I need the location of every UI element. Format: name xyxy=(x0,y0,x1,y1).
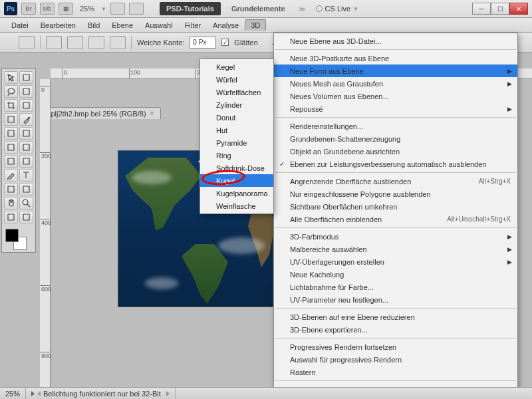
tool-history-brush[interactable] xyxy=(19,127,33,140)
zoom-readout[interactable]: 25% xyxy=(77,5,97,13)
menu3d-item[interactable]: Neue Kachelung xyxy=(274,268,517,281)
shape-item-donut[interactable]: Donut xyxy=(200,111,273,124)
antialias-checkbox[interactable]: ✓ xyxy=(221,39,229,46)
menu3d-item[interactable]: Rendereinstellungen... xyxy=(274,120,517,132)
menu3d-item: Lichtabnahme für Farbe... xyxy=(274,281,517,293)
selection-intersect[interactable] xyxy=(110,36,126,49)
ruler-vertical: 0200400600800 xyxy=(40,79,51,387)
menu3d-item[interactable]: Neue Form aus Ebene▶ xyxy=(274,65,517,77)
tool-hand[interactable] xyxy=(4,197,18,209)
status-message: Belichtung funktioniert nur bei 32-Bit xyxy=(26,388,176,399)
tool-move[interactable] xyxy=(4,71,18,84)
minibridge-button[interactable]: Mb xyxy=(40,3,55,15)
menu3d-item[interactable]: ✓Ebenen zur Leistungsverbesserung automa… xyxy=(274,158,517,170)
menu-filter[interactable]: Filter xyxy=(179,19,207,31)
tool-crop[interactable] xyxy=(4,99,18,112)
shape-item-pyramide[interactable]: Pyramide xyxy=(200,136,273,149)
tool-camera-3d[interactable] xyxy=(19,211,33,223)
shape-item-weinflasche[interactable]: Weinflasche xyxy=(200,200,273,212)
tool-preset-picker[interactable] xyxy=(19,36,35,49)
submenu-arrow-icon: ▶ xyxy=(507,259,512,265)
submenu-arrow-icon: ▶ xyxy=(507,80,512,87)
tool-clone[interactable] xyxy=(4,127,18,140)
check-icon: ✓ xyxy=(279,160,285,168)
tool-pen[interactable] xyxy=(4,169,18,182)
menu-ebene[interactable]: Ebene xyxy=(106,19,139,31)
menu-3d[interactable]: 3D xyxy=(245,19,266,31)
menu-auswahl[interactable]: Auswahl xyxy=(139,19,179,31)
menu-bearbeiten[interactable]: Bearbeiten xyxy=(35,19,82,31)
selection-new[interactable] xyxy=(46,36,62,49)
tool-dodge[interactable] xyxy=(19,155,33,168)
menu3d-item[interactable]: Neues Mesh aus Graustufen▶ xyxy=(274,77,517,90)
menu-bild[interactable]: Bild xyxy=(82,19,106,31)
brand-tag[interactable]: PSD-Tutorials xyxy=(160,2,221,15)
tool-eraser[interactable] xyxy=(4,141,18,154)
submenu-arrow-icon: ▶ xyxy=(507,246,512,253)
menu3d-item: Alle Oberflächen einblendenAlt+Umschalt+… xyxy=(274,213,517,225)
title-bar: Ps Br Mb ▦ 25% ▼ PSD-Tutorials Grundelem… xyxy=(0,0,532,18)
document-title: kplj2th2.bmp bei 25% (RGB/8) xyxy=(47,110,146,118)
selection-add[interactable] xyxy=(67,36,83,49)
shape-item-kegel[interactable]: Kegel xyxy=(200,61,273,73)
menu3d-item: 3D-Ebenen auf eine Ebene reduzieren xyxy=(274,311,517,323)
menu-analyse[interactable]: Analyse xyxy=(207,19,245,31)
tool-blur[interactable] xyxy=(4,155,18,168)
menu3d-item: Neues Volumen aus Ebenen... xyxy=(274,90,517,102)
workspace-more-icon[interactable]: ≫ xyxy=(296,5,308,13)
menu3d-item: 3D-Farbmodus▶ xyxy=(274,230,517,243)
arrange-button[interactable] xyxy=(110,3,125,15)
tool-lasso[interactable] xyxy=(4,85,18,98)
menu3d-item: Grundebenen-Schattenerzeugung xyxy=(274,132,517,145)
tool-gradient[interactable] xyxy=(19,141,33,154)
menu3d-item: Repoussé▶ xyxy=(274,102,517,115)
menu3d-item: Malbereiche auswählen▶ xyxy=(274,243,517,255)
tool-zoom[interactable] xyxy=(19,197,33,209)
menu3d-item: Objekt an Grundebene ausrichten xyxy=(274,145,517,158)
feather-input[interactable]: 0 Px xyxy=(190,37,216,49)
menu3d-item[interactable]: Neue Ebene aus 3D-Datei... xyxy=(274,35,517,47)
status-zoom[interactable]: 25% xyxy=(0,388,26,399)
submenu-arrow-icon: ▶ xyxy=(507,106,512,112)
tool-healing[interactable] xyxy=(4,113,18,126)
menu3d-item[interactable]: Neue 3D-Postkarte aus Ebene xyxy=(274,52,517,65)
tool-eyedropper[interactable] xyxy=(19,99,33,112)
tool-path-select[interactable] xyxy=(4,183,18,196)
selection-subtract[interactable] xyxy=(88,36,104,49)
tool-rectangle[interactable] xyxy=(19,183,33,196)
screen-mode-button[interactable] xyxy=(129,3,144,15)
shape-item-würfelflächen[interactable]: Würfelflächen xyxy=(200,86,273,98)
submenu-arrow-icon: ▶ xyxy=(507,233,512,240)
tool-brush[interactable] xyxy=(19,113,33,126)
close-button[interactable]: ✕ xyxy=(509,3,528,15)
menu3d-item: Rastern xyxy=(274,366,517,378)
shape-item-zylinder[interactable]: Zylinder xyxy=(200,98,273,111)
tool-type[interactable] xyxy=(19,169,33,182)
menu-3d-dropdown: Neue Ebene aus 3D-Datei...Neue 3D-Postka… xyxy=(273,33,518,398)
bridge-button[interactable]: Br xyxy=(21,3,36,15)
submenu-arrow-icon: ▶ xyxy=(507,68,512,74)
document-tab[interactable]: kplj2th2.bmp bei 25% (RGB/8) × xyxy=(40,107,161,119)
tools-panel xyxy=(1,68,36,253)
close-tab-icon[interactable]: × xyxy=(150,110,154,117)
shape-item-softdrink-dose[interactable]: Softdrink-Dose xyxy=(200,162,273,174)
tool-magic-wand[interactable] xyxy=(19,85,33,98)
cslive-button[interactable]: CS Live▼ xyxy=(312,5,362,13)
menu3d-item: Sichtbare Oberflächen umkehren xyxy=(274,200,517,213)
menu3d-item: UV-Parameter neu festlegen... xyxy=(274,293,517,306)
feather-label: Weiche Kante: xyxy=(137,39,184,47)
maximize-button[interactable]: ☐ xyxy=(491,3,509,15)
menu-datei[interactable]: Datei xyxy=(5,19,35,31)
shape-item-kugel[interactable]: Kugel xyxy=(200,174,273,187)
tool-rotate-3d[interactable] xyxy=(4,211,18,223)
shape-item-würfel[interactable]: Würfel xyxy=(200,73,273,86)
shape-item-ring[interactable]: Ring xyxy=(200,149,273,162)
workspace-name[interactable]: Grundelemente xyxy=(225,2,292,15)
tool-marquee[interactable] xyxy=(19,71,33,84)
color-swatches[interactable] xyxy=(4,227,33,250)
menu-bar: DateiBearbeitenBildEbeneAuswahlFilterAna… xyxy=(0,18,532,33)
shape-item-hut[interactable]: Hut xyxy=(200,124,273,136)
minimize-button[interactable]: ─ xyxy=(472,3,491,15)
shape-item-kugelpanorama[interactable]: Kugelpanorama xyxy=(200,187,273,200)
view-extras-button[interactable]: ▦ xyxy=(59,3,73,15)
